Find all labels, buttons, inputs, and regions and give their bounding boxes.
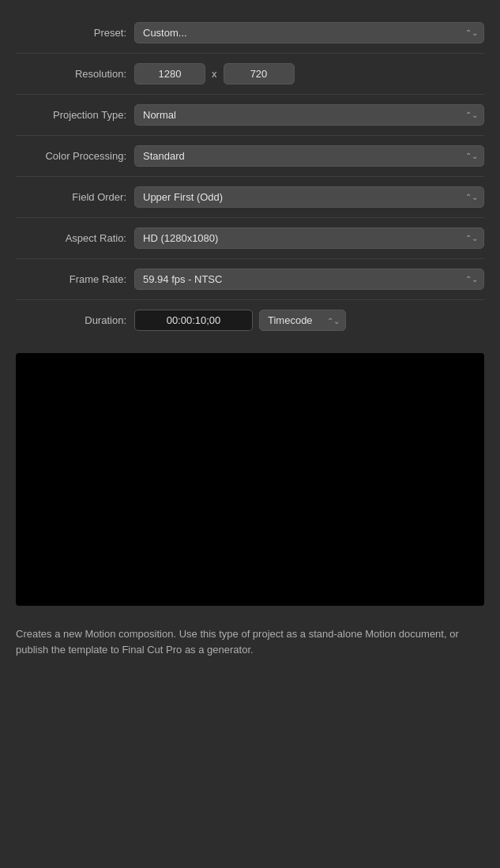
field-order-row: Field Order: Upper First (Odd) Lower Fir… xyxy=(16,180,484,214)
divider-3 xyxy=(16,135,484,136)
frame-rate-select-wrapper: 59.94 fps - NTSC 29.97 fps - NTSC 25 fps… xyxy=(134,269,484,290)
field-order-controls: Upper First (Odd) Lower First (Even) Non… xyxy=(134,186,484,208)
resolution-x-label: x xyxy=(212,68,217,80)
timecode-select-wrapper: Timecode Frames Seconds xyxy=(259,310,346,331)
frame-rate-select[interactable]: 59.94 fps - NTSC 29.97 fps - NTSC 25 fps… xyxy=(134,269,484,290)
preset-select[interactable]: Custom... 720p HD 1080p HD 4K xyxy=(134,22,484,43)
resolution-width-input[interactable] xyxy=(134,63,205,85)
field-order-select[interactable]: Upper First (Odd) Lower First (Even) Non… xyxy=(134,186,484,208)
field-order-label: Field Order: xyxy=(16,191,126,203)
aspect-ratio-select-wrapper: HD (1280x1080) SD (720x486) Square xyxy=(134,227,484,249)
duration-controls: Timecode Frames Seconds xyxy=(134,310,484,331)
divider-2 xyxy=(16,94,484,95)
preset-controls: Custom... 720p HD 1080p HD 4K xyxy=(134,22,484,43)
color-processing-row: Color Processing: Standard Wide Gamut HD… xyxy=(16,139,484,173)
projection-type-controls: Normal Spherical Cylindrical xyxy=(134,104,484,126)
projection-type-row: Projection Type: Normal Spherical Cylind… xyxy=(16,98,484,132)
projection-type-select-wrapper: Normal Spherical Cylindrical xyxy=(134,104,484,126)
divider-4 xyxy=(16,176,484,177)
frame-rate-controls: 59.94 fps - NTSC 29.97 fps - NTSC 25 fps… xyxy=(134,269,484,290)
duration-row: Duration: Timecode Frames Seconds xyxy=(16,303,484,337)
field-order-select-wrapper: Upper First (Odd) Lower First (Even) Non… xyxy=(134,186,484,208)
resolution-row: Resolution: x xyxy=(16,57,484,91)
duration-label: Duration: xyxy=(16,314,126,326)
divider-7 xyxy=(16,299,484,300)
color-processing-controls: Standard Wide Gamut HDR xyxy=(134,145,484,167)
projection-type-label: Projection Type: xyxy=(16,109,126,121)
resolution-height-input[interactable] xyxy=(224,63,295,85)
frame-rate-label: Frame Rate: xyxy=(16,273,126,285)
preset-select-wrapper: Custom... 720p HD 1080p HD 4K xyxy=(134,22,484,43)
frame-rate-row: Frame Rate: 59.94 fps - NTSC 29.97 fps -… xyxy=(16,262,484,296)
divider-6 xyxy=(16,258,484,259)
timecode-select[interactable]: Timecode Frames Seconds xyxy=(259,310,346,331)
color-processing-label: Color Processing: xyxy=(16,150,126,162)
aspect-ratio-select[interactable]: HD (1280x1080) SD (720x486) Square xyxy=(134,227,484,249)
color-processing-select-wrapper: Standard Wide Gamut HDR xyxy=(134,145,484,167)
aspect-ratio-label: Aspect Ratio: xyxy=(16,232,126,244)
description-text: Creates a new Motion composition. Use th… xyxy=(16,626,484,657)
projection-type-select[interactable]: Normal Spherical Cylindrical xyxy=(134,104,484,126)
resolution-label: Resolution: xyxy=(16,68,126,80)
preset-label: Preset: xyxy=(16,27,126,39)
preset-row: Preset: Custom... 720p HD 1080p HD 4K xyxy=(16,16,484,50)
resolution-controls: x xyxy=(134,63,484,85)
divider-1 xyxy=(16,53,484,54)
duration-input[interactable] xyxy=(134,310,253,331)
aspect-ratio-row: Aspect Ratio: HD (1280x1080) SD (720x486… xyxy=(16,221,484,255)
color-processing-select[interactable]: Standard Wide Gamut HDR xyxy=(134,145,484,167)
divider-5 xyxy=(16,217,484,218)
preview-area xyxy=(16,353,484,606)
aspect-ratio-controls: HD (1280x1080) SD (720x486) Square xyxy=(134,227,484,249)
